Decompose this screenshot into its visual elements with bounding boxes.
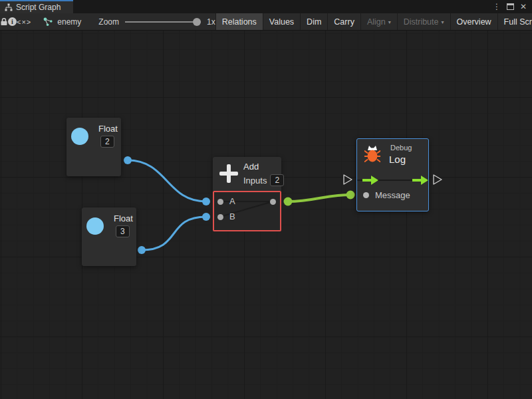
inspect-values-button[interactable]: <×> [17, 13, 31, 30]
graph-toolbar: i <×> enemy Zoom 1x Relations Va [0, 13, 532, 31]
wire-endpoint[interactable] [124, 156, 132, 164]
float-value-field[interactable]: 2 [100, 136, 114, 148]
toolbar-buttons: Relations Values Dim Carry Align▾ Distri… [215, 13, 532, 30]
titlebar: Script Graph ⋮ ✕ [0, 0, 532, 13]
maximize-icon[interactable] [507, 3, 514, 10]
window-controls: ⋮ ✕ [493, 0, 532, 13]
node-title: Add [243, 162, 259, 172]
zoom-control: Zoom 1x [98, 13, 215, 30]
lock-button[interactable] [0, 13, 8, 30]
dim-button[interactable]: Dim [300, 13, 327, 30]
control-output-triangle[interactable] [434, 175, 442, 184]
add-node-ports: A B [213, 191, 281, 231]
carry-label: Carry [334, 17, 354, 27]
chevron-down-icon: ▾ [388, 18, 391, 25]
info-button[interactable]: i [8, 13, 17, 30]
node-title: Log [389, 154, 406, 165]
wire-add-to-debug-message[interactable] [288, 195, 350, 201]
tab-script-graph[interactable]: Script Graph [0, 0, 73, 13]
close-icon[interactable]: ✕ [520, 3, 527, 11]
relation-lines [214, 192, 280, 230]
control-exit-arrow-icon[interactable] [412, 176, 428, 185]
node-debug-log[interactable]: Debug Log Message [356, 138, 429, 211]
add-input-a-port[interactable] [217, 199, 223, 205]
wire-endpoint[interactable] [138, 246, 146, 254]
tab-title: Script Graph [16, 3, 61, 12]
chevron-down-icon: ▾ [442, 18, 444, 25]
wire-float1-to-add-a[interactable] [128, 160, 206, 201]
full-screen-label: Full Screen [504, 17, 532, 27]
float-type-icon [86, 217, 104, 235]
port-b-label: B [229, 211, 235, 221]
node-category: Debug [390, 144, 412, 152]
values-label: Values [269, 17, 294, 27]
wire-endpoint[interactable] [284, 198, 293, 206]
graph-breadcrumb[interactable]: enemy [43, 13, 81, 30]
relations-button[interactable]: Relations [215, 13, 263, 30]
float-type-icon [71, 128, 88, 145]
carry-button[interactable]: Carry [327, 13, 360, 30]
zoom-slider-track[interactable] [125, 21, 201, 23]
float-value-field[interactable]: 3 [116, 225, 130, 237]
debug-message-port[interactable] [363, 192, 369, 198]
port-a-label: A [229, 196, 235, 206]
wire-endpoint[interactable] [202, 213, 210, 221]
inputs-label: Inputs [243, 176, 267, 186]
align-dropdown[interactable]: Align▾ [360, 13, 397, 30]
dim-label: Dim [307, 17, 321, 27]
code-icon: <×> [17, 18, 31, 26]
wire-float2-to-add-b[interactable] [142, 217, 206, 250]
node-float-2[interactable]: Float 3 [82, 207, 136, 266]
zoom-label: Zoom [98, 17, 119, 27]
align-label: Align [367, 17, 386, 27]
add-input-b-port[interactable] [217, 214, 223, 220]
values-button[interactable]: Values [263, 13, 300, 30]
lock-icon [0, 17, 8, 26]
overview-button[interactable]: Overview [450, 13, 497, 30]
inputs-row: Inputs 2 [243, 174, 284, 186]
graph-canvas[interactable]: Float 2 Float 3 Add Inputs 2 [0, 31, 532, 399]
node-float-1[interactable]: Float 2 [66, 118, 121, 176]
wire-endpoint[interactable] [346, 191, 355, 200]
window-menu-icon[interactable]: ⋮ [493, 3, 501, 11]
bug-icon [364, 144, 380, 163]
relations-label: Relations [222, 17, 257, 27]
info-icon: i [8, 17, 17, 26]
inputs-count-field[interactable]: 2 [270, 174, 284, 186]
zoom-slider-handle[interactable] [193, 18, 201, 26]
full-screen-button[interactable]: Full Screen [497, 13, 532, 30]
distribute-label: Distribute [404, 17, 439, 27]
control-enter-arrow-icon[interactable] [362, 176, 378, 185]
node-title: Float [114, 213, 133, 223]
zoom-value: 1x [207, 17, 215, 27]
overview-label: Overview [457, 17, 491, 27]
zoom-slider[interactable] [125, 18, 201, 26]
control-input-triangle[interactable] [344, 175, 352, 184]
node-add[interactable]: Add Inputs 2 A B [213, 157, 281, 231]
add-node-header[interactable]: Add Inputs 2 [213, 157, 281, 191]
script-graph-window: Script Graph ⋮ ✕ i <×> [0, 0, 532, 399]
plus-icon [219, 164, 238, 183]
add-output-port[interactable] [270, 199, 276, 205]
hierarchy-icon [5, 3, 13, 11]
wire-endpoint[interactable] [202, 198, 210, 205]
message-port-label: Message [375, 190, 410, 200]
graph-icon [43, 17, 53, 27]
distribute-dropdown[interactable]: Distribute▾ [397, 13, 450, 30]
graph-name: enemy [57, 17, 81, 27]
node-title: Float [98, 124, 118, 134]
